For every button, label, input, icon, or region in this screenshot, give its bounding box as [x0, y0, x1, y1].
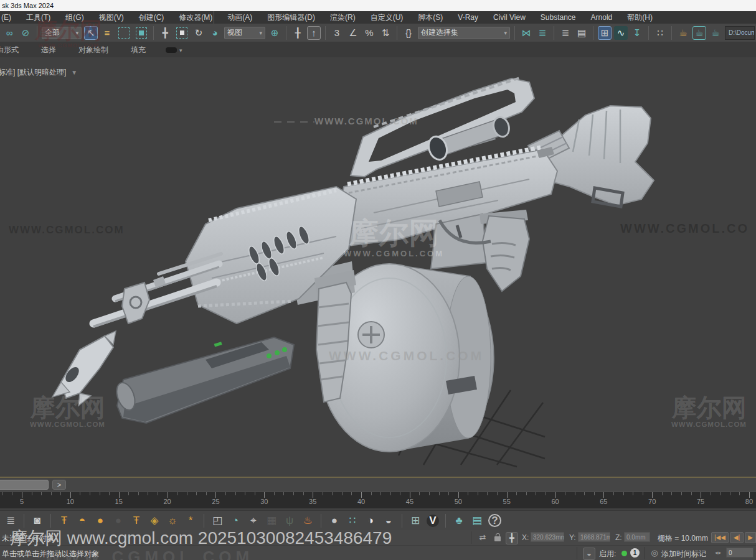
grid-helper-dim-icon[interactable]: ▦: [265, 514, 278, 528]
menu-item[interactable]: V-Ray: [450, 11, 486, 24]
geometry-box-icon[interactable]: ◰: [210, 514, 224, 528]
umbrella-light-icon[interactable]: Ŧ: [130, 514, 143, 528]
render-production-icon[interactable]: ☕: [709, 26, 722, 40]
sphere-page-icon[interactable]: ◒: [382, 514, 395, 528]
fire-effect-icon[interactable]: ♨: [301, 514, 314, 528]
next-frame-button[interactable]: >: [52, 480, 66, 490]
toggle-scene-explorer-icon[interactable]: ≣: [559, 26, 572, 40]
add-time-tag-button[interactable]: 添加时间标记: [661, 549, 706, 559]
spinner-snap-toggle-icon[interactable]: ⇅: [379, 26, 392, 40]
select-and-move-icon[interactable]: ╋: [158, 26, 172, 40]
menu-item[interactable]: 修改器(M): [171, 11, 220, 24]
select-by-name-icon[interactable]: ≡: [100, 26, 114, 40]
use-pivot-center-icon[interactable]: ⊕: [268, 26, 281, 40]
go-to-start-button[interactable]: |◀◀: [711, 532, 729, 543]
sun-rays-icon[interactable]: *: [184, 514, 197, 528]
perspective-viewport[interactable]: 标准] [默认明暗处理]▼ WWW.CGMOL.COM WWW.CGMOL.CO…: [0, 57, 756, 477]
previous-frame-button[interactable]: ◀|: [730, 532, 744, 543]
menu-item[interactable]: (E): [0, 11, 19, 24]
curve-editor-icon[interactable]: ∿: [614, 26, 628, 40]
menu-item[interactable]: 创建(C): [131, 11, 172, 24]
menu-item[interactable]: 组(G): [58, 11, 91, 24]
time-tag-icon[interactable]: ◎: [649, 548, 660, 559]
menu-item[interactable]: 视图(V): [92, 11, 131, 24]
ribbon-tab-populate[interactable]: 填充: [120, 42, 157, 57]
timeline-ruler[interactable]: 5101520253035404550556065707580: [0, 492, 756, 508]
menu-item[interactable]: Arnold: [584, 11, 620, 24]
ribbon-collapse-button[interactable]: ▾: [166, 42, 182, 58]
photometric-light-icon[interactable]: ◈: [148, 514, 161, 528]
viewport-shading-label[interactable]: 标准] [默认明暗处理]▼: [0, 67, 77, 78]
select-and-link-icon[interactable]: ∞: [2, 26, 16, 40]
menu-item[interactable]: 自定义(U): [363, 11, 411, 24]
color-swatches-icon[interactable]: ∷: [346, 514, 359, 528]
target-camera-icon[interactable]: ⌖: [247, 514, 260, 528]
sun-light-icon[interactable]: ☼: [166, 514, 179, 528]
select-and-manipulate-icon[interactable]: ╂: [291, 26, 305, 40]
reference-coordinate-dropdown[interactable]: 视图▾: [224, 27, 265, 39]
disabled-light-icon[interactable]: ●: [111, 514, 125, 528]
scene-explorer-list-icon[interactable]: ≣: [4, 514, 17, 528]
select-and-place-icon[interactable]: [176, 27, 187, 39]
display-monitors-icon[interactable]: ⊞: [409, 514, 422, 528]
angle-snap-toggle-icon[interactable]: ∠: [346, 26, 360, 40]
rendered-frame-window-icon[interactable]: ☕: [692, 26, 706, 40]
snaps-toggle-3d-icon[interactable]: 3: [330, 26, 344, 40]
selection-lock-icon[interactable]: [494, 536, 501, 541]
menu-item[interactable]: 帮助(H): [620, 11, 660, 24]
render-setup-icon[interactable]: ☕: [676, 26, 690, 40]
select-object-icon[interactable]: ↖: [84, 26, 98, 40]
forest-tool-icon[interactable]: ♣: [452, 514, 466, 528]
select-and-scale-icon[interactable]: ◕: [208, 26, 222, 40]
ribbon-tab-object-paint[interactable]: 对象绘制: [67, 42, 120, 57]
menu-item[interactable]: 动画(A): [220, 11, 260, 24]
time-slider-handle[interactable]: [0, 480, 49, 490]
schematic-view-icon[interactable]: ↧: [630, 26, 644, 40]
percent-snap-toggle-icon[interactable]: %: [362, 26, 376, 40]
shaded-sphere-icon[interactable]: ◔: [229, 514, 242, 528]
track-bar[interactable]: >: [0, 478, 756, 492]
edit-named-selection-sets-icon[interactable]: {}: [402, 26, 415, 40]
toggle-ribbon-icon[interactable]: ⊞: [598, 26, 612, 40]
foliage-dim-icon[interactable]: ψ: [283, 514, 296, 528]
underbarrel-launcher[interactable]: [113, 337, 294, 423]
camera-create-icon[interactable]: ◙: [31, 514, 44, 528]
menu-item[interactable]: 脚本(S): [410, 11, 450, 24]
unlink-selection-icon[interactable]: ⊘: [19, 26, 32, 40]
y-coordinate-field[interactable]: 1668.871m: [578, 532, 610, 542]
keyboard-shortcut-override-icon[interactable]: ↑: [307, 26, 321, 40]
transform-type-in-icon[interactable]: ⇄: [477, 532, 488, 543]
set-key-mode-icon[interactable]: ◒: [583, 548, 595, 560]
toggle-layer-explorer-icon[interactable]: ▤: [575, 26, 588, 40]
material-sphere-icon[interactable]: ●: [328, 514, 341, 528]
notes-document-icon[interactable]: ▤: [470, 514, 484, 528]
menu-item[interactable]: Civil View: [486, 11, 533, 24]
current-frame-field[interactable]: 0: [726, 548, 754, 558]
play-button[interactable]: ▶: [745, 532, 756, 543]
help-icon[interactable]: ?: [488, 514, 501, 527]
align-icon[interactable]: ≣: [536, 26, 549, 40]
dome-light-icon[interactable]: ◓: [75, 514, 89, 528]
window-crossing-toggle-icon[interactable]: [136, 27, 147, 39]
project-folder-field[interactable]: D:\Document⋯ds Max 2024: [725, 26, 755, 40]
menu-item[interactable]: 图形编辑器(D): [260, 11, 323, 24]
material-editor-icon[interactable]: ∷: [653, 26, 667, 40]
sphere-light-icon[interactable]: ●: [93, 514, 107, 528]
ribbon-tab-selection[interactable]: 选择: [30, 42, 67, 57]
menu-item[interactable]: 渲染(R): [323, 11, 363, 24]
selection-filter-dropdown[interactable]: 全部▾: [42, 27, 82, 39]
viewport-filter-icon[interactable]: ▼: [71, 69, 77, 76]
spot-light-icon[interactable]: Ŧ: [57, 514, 71, 528]
x-coordinate-field[interactable]: 320.623mm: [531, 532, 564, 542]
menu-item[interactable]: 工具(T): [19, 11, 58, 24]
frame-spinner[interactable]: ◂▸: [715, 549, 722, 556]
ribbon-tab-freeform[interactable]: 由形式: [0, 42, 30, 57]
absolute-mode-button[interactable]: ╋: [506, 532, 518, 544]
rectangular-selection-region-icon[interactable]: [118, 27, 130, 39]
named-selection-set-dropdown[interactable]: 创建选择集▾: [418, 27, 510, 39]
key-count-badge[interactable]: 1: [630, 548, 640, 558]
mirror-icon[interactable]: ⋈: [519, 26, 533, 40]
menu-item[interactable]: Substance: [533, 11, 584, 24]
z-coordinate-field[interactable]: 0.0mm: [624, 532, 650, 542]
vray-toolbar-icon[interactable]: V: [427, 515, 439, 527]
